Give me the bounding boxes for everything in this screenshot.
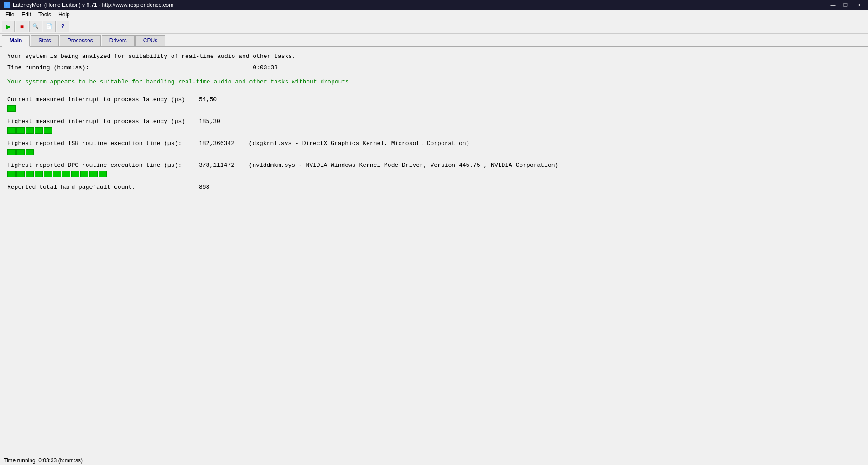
- metric-detail-dpc: (nvlddmkm.sys - NVIDIA Windows Kernel Mo…: [242, 162, 558, 169]
- report-button[interactable]: 📄: [43, 21, 56, 32]
- menu-bar: File Edit Tools Help: [0, 10, 868, 19]
- help-button[interactable]: ?: [57, 21, 69, 32]
- metric-row-isr: Highest reported ISR routine execution t…: [7, 140, 861, 147]
- time-running-label: Time running (h:mm:ss):: [7, 64, 89, 71]
- bar-dpc: [7, 170, 861, 178]
- metric-value-isr: 182,366342: [199, 140, 234, 147]
- bar-isr: [7, 149, 861, 156]
- bar-segment: [89, 171, 98, 177]
- bar-segment: [16, 127, 25, 134]
- bar-current: [7, 105, 861, 112]
- divider-2: [7, 115, 861, 115]
- metric-label-dpc: Highest reported DPC routine execution t…: [7, 162, 199, 169]
- title-bar: L LatencyMon (Home Edition) v 6.71 - htt…: [0, 0, 868, 10]
- title-bar-left: L LatencyMon (Home Edition) v 6.71 - htt…: [4, 2, 173, 8]
- metric-row-pagefault: Reported total hard pagefault count: 868: [7, 184, 861, 191]
- status-bar: Time running: 0:03:33 (h:mm:ss): [0, 455, 868, 465]
- status-message: Your system appears to be suitable for h…: [7, 78, 861, 87]
- tab-processes[interactable]: Processes: [60, 35, 101, 46]
- bar-segment: [44, 171, 52, 177]
- status-bar-text: Time running: 0:03:33 (h:mm:ss): [4, 457, 83, 464]
- bar-segment: [16, 149, 25, 155]
- divider-3: [7, 137, 861, 137]
- tabs-bar: Main Stats Processes Drivers CPUs: [0, 34, 868, 46]
- bar-segment: [80, 171, 88, 177]
- bar-segment: [44, 127, 52, 134]
- metric-label-highest-interrupt: Highest measured interrupt to process la…: [7, 118, 199, 125]
- metric-row-highest-interrupt: Highest measured interrupt to process la…: [7, 118, 861, 125]
- toolbar: ▶ ■ 🔍 📄 ?: [0, 19, 868, 34]
- bar-segment: [16, 171, 25, 177]
- app-icon: L: [4, 2, 10, 8]
- bar-segment: [7, 127, 16, 134]
- bar-segment: [7, 171, 16, 177]
- metric-detail-isr: (dxgkrnl.sys - DirectX Graphics Kernel, …: [242, 140, 469, 147]
- bar-segment: [7, 105, 16, 112]
- title-bar-text: LatencyMon (Home Edition) v 6.71 - http:…: [13, 2, 173, 8]
- metric-row-current: Current measured interrupt to process la…: [7, 96, 861, 103]
- bar-segment: [26, 149, 34, 155]
- analysis-line1: Your system is being analyzed for suitab…: [7, 52, 861, 62]
- bar-segment: [99, 171, 107, 177]
- main-content: Your system is being analyzed for suitab…: [0, 46, 868, 455]
- bar-segment: [71, 171, 79, 177]
- stop-button[interactable]: ■: [16, 21, 28, 32]
- metric-row-dpc: Highest reported DPC routine execution t…: [7, 162, 861, 169]
- metric-value-dpc: 378,111472: [199, 162, 234, 169]
- bar-segment: [26, 127, 34, 134]
- tab-cpus[interactable]: CPUs: [135, 35, 165, 46]
- menu-tools[interactable]: Tools: [35, 10, 55, 19]
- metric-value-pagefault: 868: [199, 184, 209, 191]
- divider-4: [7, 159, 861, 159]
- minimize-button[interactable]: —: [827, 1, 839, 9]
- bar-segment: [7, 149, 16, 155]
- metric-value-current: 54,50: [199, 96, 217, 103]
- menu-help[interactable]: Help: [55, 10, 73, 19]
- title-bar-controls: — ❐ ✕: [827, 1, 864, 9]
- menu-edit[interactable]: Edit: [18, 10, 35, 19]
- search-button[interactable]: 🔍: [29, 21, 42, 32]
- bar-segment: [26, 171, 34, 177]
- bar-segment: [53, 171, 61, 177]
- restore-button[interactable]: ❐: [840, 1, 852, 9]
- time-running-value: 0:03:33: [253, 64, 278, 71]
- metric-label-pagefault: Reported total hard pagefault count:: [7, 184, 199, 191]
- tab-main[interactable]: Main: [2, 35, 30, 46]
- menu-file[interactable]: File: [2, 10, 18, 19]
- divider-1: [7, 93, 861, 93]
- metric-label-current: Current measured interrupt to process la…: [7, 96, 199, 103]
- tab-stats[interactable]: Stats: [31, 35, 58, 46]
- tab-drivers[interactable]: Drivers: [102, 35, 135, 46]
- bar-segment: [62, 171, 70, 177]
- bar-highest-interrupt: [7, 127, 861, 134]
- metric-value-highest-interrupt: 185,30: [199, 118, 220, 125]
- metric-label-isr: Highest reported ISR routine execution t…: [7, 140, 199, 147]
- bar-segment: [35, 171, 43, 177]
- bar-segment: [35, 127, 43, 134]
- play-button[interactable]: ▶: [2, 21, 15, 32]
- time-running-row: Time running (h:mm:ss): 0:03:33: [7, 63, 861, 73]
- divider-5: [7, 181, 861, 181]
- close-button[interactable]: ✕: [852, 1, 864, 9]
